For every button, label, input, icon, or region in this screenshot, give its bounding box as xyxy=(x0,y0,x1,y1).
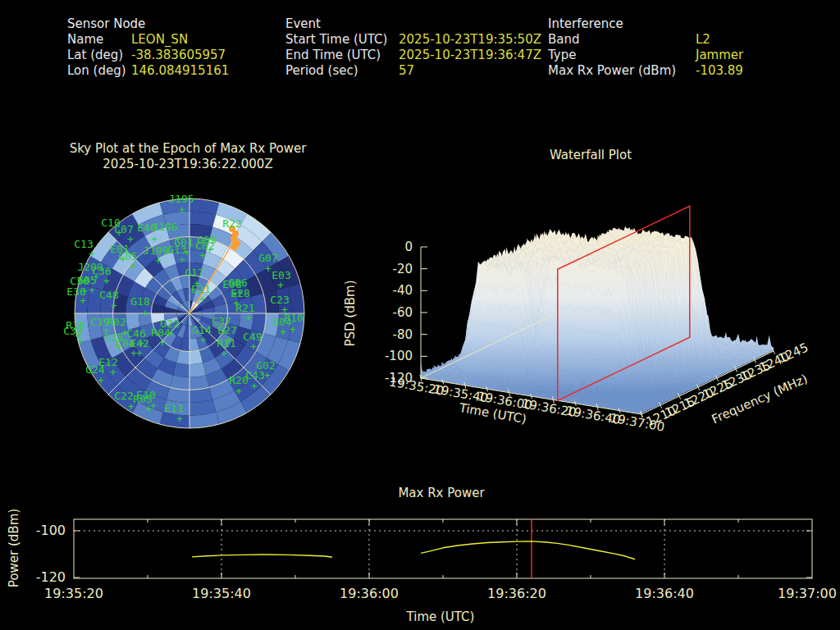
psd-tick-label: -40 xyxy=(393,283,413,298)
satellite-label: C43 xyxy=(245,369,264,381)
satellite-label: R11 xyxy=(217,337,235,349)
psd-tick-label: -20 xyxy=(393,262,413,276)
satellite-label: C22 xyxy=(114,390,133,402)
psd-tick-label: -60 xyxy=(393,305,413,320)
satellite-marker: + xyxy=(98,374,104,386)
psd-tick-label: 0 xyxy=(404,240,413,254)
satellite-marker: + xyxy=(176,413,183,425)
satellite-label: G14 xyxy=(192,324,212,336)
satellite-label: E28 xyxy=(231,287,249,299)
power-xtick-label: 19:36:20 xyxy=(487,586,546,601)
satellite-label: C39 xyxy=(63,325,82,337)
psd-axis-label: PSD (dBm) xyxy=(343,280,358,346)
waterfall-title: Waterfall Plot xyxy=(550,148,632,162)
satellite-label: E11 xyxy=(164,402,183,414)
satellite-label: R05 xyxy=(133,393,152,405)
power-axes xyxy=(74,519,812,578)
sky-plot: +J195+C10+C07+E40+J196R22+C13+G01+E01+C0… xyxy=(63,141,307,428)
plots-canvas: +J195+C10+C07+E40+J196R22+C13+G01+E01+C0… xyxy=(0,0,840,630)
freq-tick-label: 1245 xyxy=(776,340,810,366)
satellite-label: C02 xyxy=(195,240,214,252)
sky-plot-title: Sky Plot at the Epoch of Max Rx Power xyxy=(70,141,308,156)
satellite-label: E21 xyxy=(191,283,210,295)
satellite-label: G17 xyxy=(185,267,203,279)
satellite-label: G22 xyxy=(160,317,179,330)
satellite-label: E42 xyxy=(130,337,148,349)
satellite-label: G07 xyxy=(258,252,277,264)
power-title: Max Rx Power xyxy=(398,486,485,500)
power-xtick-label: 19:36:00 xyxy=(340,586,399,601)
power-xtick-label: 19:35:20 xyxy=(44,586,103,601)
max-rx-power-plot: -100-12019:35:2019:35:4019:36:0019:36:20… xyxy=(7,486,837,624)
psd-tick-label: -80 xyxy=(393,327,413,342)
sky-plot-subtitle: 2025-10-23T19:36:22.000Z xyxy=(103,157,272,171)
power-ytick-label: -100 xyxy=(36,523,66,538)
satellite-label: C49 xyxy=(243,331,262,343)
power-ytick-label: -120 xyxy=(36,569,66,585)
satellite-marker: + xyxy=(151,233,158,245)
satellite-label: G04 xyxy=(272,316,292,328)
satellite-label: E03 xyxy=(272,269,290,281)
satellite-label: J199 xyxy=(143,244,168,257)
psd-tick-label: -100 xyxy=(385,349,413,363)
satellite-label: C23 xyxy=(270,294,289,306)
satellite-label: E36 xyxy=(66,285,85,298)
plot-border xyxy=(74,519,812,578)
satellite-label: C13 xyxy=(74,238,93,250)
satellite-label: C07 xyxy=(114,223,133,235)
satellite-label: G24 xyxy=(85,363,105,376)
power-xaxis-label: Time (UTC) xyxy=(406,609,475,624)
power-yaxis-label: Power (dBm) xyxy=(7,509,21,587)
satellite-marker: + xyxy=(111,299,117,312)
satellite-marker: + xyxy=(142,307,148,319)
power-xtick-label: 19:37:00 xyxy=(778,586,837,601)
satellite-label: R02 xyxy=(107,316,126,328)
satellite-marker: + xyxy=(235,385,242,397)
satellite-label: R21 xyxy=(235,302,254,314)
satellite-label: G18 xyxy=(130,295,149,308)
satellite-label: J196 xyxy=(152,221,177,233)
max-power-blob xyxy=(231,244,238,250)
satellite-label: E27 xyxy=(217,324,236,336)
satellite-marker: + xyxy=(251,380,258,392)
satellite-marker: + xyxy=(179,203,185,216)
power-curve xyxy=(421,541,635,559)
satellite-marker: + xyxy=(265,262,272,275)
satellite-label: C48 xyxy=(99,289,118,301)
satellite-label: G13 xyxy=(167,244,186,256)
waterfall-plot: 0-20-40-60-80-100-120PSD (dBm)19:35:2019… xyxy=(343,148,810,435)
power-xtick-label: 19:35:40 xyxy=(192,586,251,601)
power-xtick-label: 19:36:40 xyxy=(635,586,694,601)
satellite-label: R22 xyxy=(222,217,241,230)
satellite-label: J195 xyxy=(168,193,194,205)
satellite-label: C05 xyxy=(118,250,137,262)
satellite-label: R20 xyxy=(229,374,248,386)
power-curve xyxy=(192,555,332,557)
